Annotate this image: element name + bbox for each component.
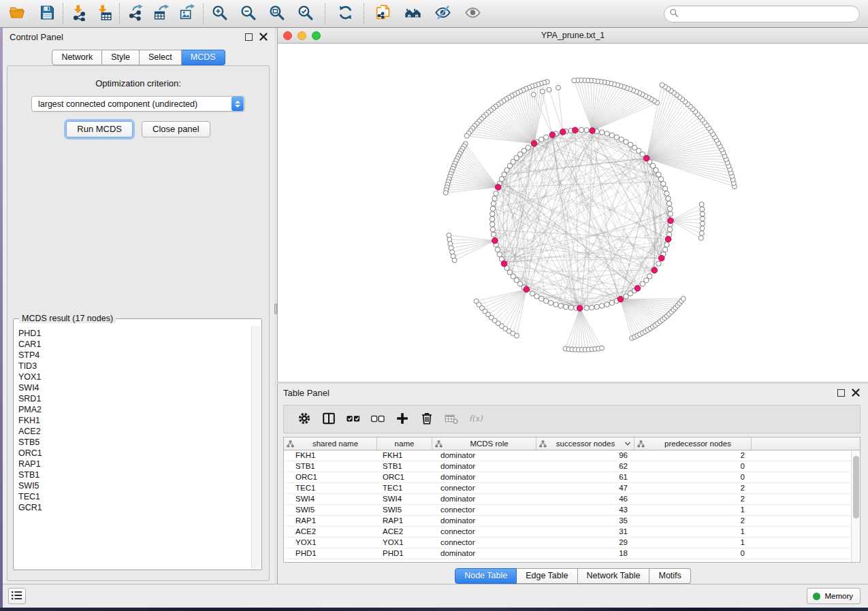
network-node[interactable]	[490, 222, 495, 227]
tab-edge-table[interactable]: Edge Table	[517, 568, 577, 584]
network-node[interactable]	[658, 177, 663, 182]
network-node[interactable]	[490, 227, 495, 232]
function-builder-button[interactable]: f(x)	[464, 407, 488, 431]
column-header-mcds-role[interactable]: MCDS role	[432, 437, 536, 450]
network-node[interactable]	[600, 303, 605, 308]
network-node[interactable]	[499, 177, 504, 182]
column-header-predecessor-nodes[interactable]: predecessor nodes	[634, 437, 752, 450]
mcds-result-item[interactable]: CAR1	[18, 339, 247, 350]
float-panel-icon[interactable]	[245, 33, 253, 41]
search-box[interactable]	[664, 5, 860, 22]
open-session-button[interactable]	[7, 3, 27, 24]
zoom-fit-button[interactable]	[266, 3, 287, 24]
network-mcds-node[interactable]	[634, 286, 641, 292]
network-node[interactable]	[548, 300, 553, 305]
network-leaf-node[interactable]	[514, 333, 519, 338]
zoom-selected-button[interactable]	[295, 3, 315, 24]
table-row[interactable]: RAP1RAP1dominator352	[284, 516, 860, 527]
network-leaf-node[interactable]	[700, 221, 705, 226]
network-node[interactable]	[564, 304, 568, 309]
network-node[interactable]	[662, 186, 667, 191]
split-panel-button[interactable]	[317, 407, 341, 431]
run-mcds-button[interactable]: Run MCDS	[66, 121, 133, 137]
network-leaf-node[interactable]	[700, 226, 705, 231]
network-leaf-node[interactable]	[698, 235, 703, 240]
mcds-result-item[interactable]: STP4	[18, 350, 247, 361]
network-canvas[interactable]	[277, 44, 868, 382]
network-node[interactable]	[600, 130, 605, 135]
tab-network[interactable]: Network	[52, 50, 102, 65]
network-leaf-node[interactable]	[443, 191, 448, 195]
mcds-result-item[interactable]: YOX1	[18, 371, 247, 382]
search-input[interactable]	[679, 7, 859, 20]
mcds-list-scrollbar[interactable]	[251, 326, 261, 569]
scrollbar-thumb[interactable]	[853, 456, 859, 518]
network-mcds-node[interactable]	[665, 236, 671, 242]
zoom-out-button[interactable]	[238, 3, 258, 24]
network-node[interactable]	[539, 137, 544, 142]
column-header-successor-nodes[interactable]: successor nodes	[536, 437, 634, 450]
table-row[interactable]: ORC1ORC1dominator610	[284, 472, 860, 483]
network-mcds-node[interactable]	[549, 132, 556, 138]
import-table-button[interactable]	[93, 3, 114, 24]
tab-network-table[interactable]: Network Table	[578, 568, 650, 584]
network-node[interactable]	[502, 172, 507, 177]
tab-style[interactable]: Style	[102, 50, 140, 65]
network-leaf-node[interactable]	[547, 87, 551, 92]
network-mcds-node[interactable]	[617, 296, 624, 302]
network-node[interactable]	[590, 305, 594, 310]
tab-node-table[interactable]: Node Table	[455, 568, 517, 584]
export-network-button[interactable]	[125, 3, 146, 24]
network-mcds-node[interactable]	[644, 155, 650, 161]
network-node[interactable]	[489, 216, 494, 221]
apply-layout-button[interactable]	[335, 3, 355, 24]
mcds-result-item[interactable]: SRD1	[18, 393, 247, 404]
network-mcds-node[interactable]	[668, 218, 674, 224]
memory-button[interactable]: Memory	[807, 588, 861, 604]
network-mcds-node[interactable]	[495, 184, 501, 191]
save-session-button[interactable]	[37, 3, 57, 24]
table-row[interactable]: FKH1FKH1dominator962	[284, 450, 860, 461]
network-node[interactable]	[584, 128, 589, 133]
mcds-result-item[interactable]: FKH1	[18, 415, 247, 426]
network-node[interactable]	[605, 302, 609, 307]
column-settings-button[interactable]	[292, 407, 317, 431]
network-node[interactable]	[491, 232, 496, 237]
network-node[interactable]	[609, 300, 614, 305]
export-image-button[interactable]	[177, 3, 197, 24]
network-node[interactable]	[647, 274, 652, 279]
network-node[interactable]	[662, 247, 667, 252]
mcds-result-item[interactable]: SWI4	[18, 382, 247, 393]
network-node[interactable]	[491, 201, 496, 206]
network-leaf-node[interactable]	[600, 346, 605, 350]
network-node[interactable]	[605, 131, 609, 136]
select-all-columns-button[interactable]	[341, 407, 366, 431]
network-mcds-node[interactable]	[590, 128, 596, 134]
network-node[interactable]	[624, 139, 628, 144]
table-row[interactable]: SWI4SWI4dominator462	[284, 494, 860, 505]
network-node[interactable]	[543, 135, 548, 139]
network-node[interactable]	[619, 137, 624, 142]
show-panels-menu-button[interactable]	[8, 588, 26, 604]
mcds-result-item[interactable]: STB1	[18, 469, 247, 480]
export-table-button[interactable]	[151, 3, 172, 24]
mcds-result-item[interactable]: ORC1	[18, 448, 247, 459]
network-leaf-node[interactable]	[540, 89, 545, 94]
optimization-criterion-select[interactable]: largest connected component (undirected)	[31, 96, 245, 112]
network-leaf-node[interactable]	[700, 212, 705, 216]
network-mcds-node[interactable]	[531, 141, 537, 147]
network-mcds-node[interactable]	[658, 255, 664, 261]
network-mcds-node[interactable]	[524, 286, 530, 293]
network-node[interactable]	[584, 306, 589, 310]
create-column-button[interactable]	[390, 407, 415, 431]
table-scrollbar[interactable]	[851, 450, 860, 562]
network-node[interactable]	[661, 181, 666, 186]
table-row[interactable]: STB1STB1dominator620	[284, 461, 860, 472]
tab-motifs[interactable]: Motifs	[649, 568, 690, 584]
network-node[interactable]	[614, 135, 619, 139]
close-panel-icon[interactable]	[852, 389, 860, 397]
mcds-result-item[interactable]: STB5	[18, 437, 247, 448]
column-header-name[interactable]: name	[377, 437, 432, 450]
network-node[interactable]	[664, 191, 669, 196]
network-node[interactable]	[534, 294, 539, 299]
